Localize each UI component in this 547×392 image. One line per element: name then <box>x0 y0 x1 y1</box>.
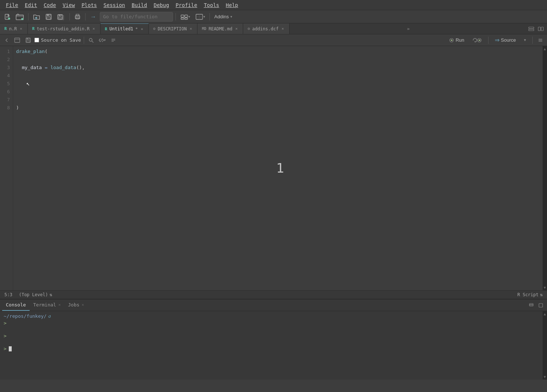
scroll-down-arrow[interactable]: ▼ <box>543 285 547 290</box>
console-tab[interactable]: Console <box>2 299 30 311</box>
console-working-dir: ~/repos/funkey/ ↺ <box>4 313 543 319</box>
svg-rect-22 <box>185 15 188 17</box>
save-all-button[interactable] <box>55 12 67 22</box>
tab-description-close[interactable]: × <box>189 26 193 31</box>
code-line-3: my_data = load_data(), <box>16 64 544 72</box>
menu-code[interactable]: Code <box>41 1 59 9</box>
line-num-5: 5 <box>1 80 10 88</box>
line-num-2: 2 <box>1 56 10 64</box>
terminal-tab[interactable]: Terminal × <box>30 299 64 311</box>
console-scroll-up[interactable]: ▲ <box>543 311 547 317</box>
tab-nr-close[interactable]: × <box>19 26 23 31</box>
save-button[interactable] <box>44 12 54 22</box>
source-label: Source <box>501 37 516 43</box>
svg-rect-36 <box>26 41 30 42</box>
tab-nr[interactable]: R n.R × <box>0 23 28 34</box>
jobs-tab-close[interactable]: × <box>82 302 84 307</box>
tab-addins-dcf[interactable]: ⚙ addins.dcf × <box>243 23 290 34</box>
addins-label: Addins <box>214 14 229 19</box>
tab-untitled1-label: Untitled1 <box>109 26 133 31</box>
new-project-button[interactable]: + <box>14 12 26 22</box>
addins-button[interactable]: Addins ▾ <box>212 12 234 22</box>
menu-tools[interactable]: Tools <box>201 1 222 9</box>
source-on-save-checkbox-label[interactable]: Source on Save <box>34 37 81 43</box>
tab-test-rstudio-addin[interactable]: R test-rstudio_addin.R × <box>28 23 101 34</box>
console-scroll-down[interactable]: ▼ <box>543 374 547 380</box>
svg-rect-31 <box>541 27 543 31</box>
scope-selector[interactable]: (Top Level) ⇅ <box>17 291 54 298</box>
editor-scrollbar[interactable]: ▲ ▼ <box>543 46 547 290</box>
console-scrollbar[interactable]: ▲ ▼ <box>543 311 547 380</box>
tab-readme[interactable]: MD README.md × <box>197 23 243 34</box>
line-num-6: 6 <box>1 88 10 96</box>
toolbar-separator-4 <box>176 13 176 20</box>
find-button[interactable] <box>87 36 95 45</box>
source-button[interactable]: ⇒ Source <box>492 36 519 45</box>
console-refresh-icon[interactable]: ↺ <box>48 313 51 319</box>
toolbar-separator-5 <box>210 13 210 20</box>
open-file-button[interactable] <box>31 12 42 22</box>
split-down-button[interactable] <box>527 25 535 33</box>
code-editor[interactable]: drake_plan( my_data = load_data(), ↖ ) 1 <box>13 46 547 290</box>
save-script-button[interactable] <box>23 36 33 45</box>
panel-options-button[interactable] <box>536 36 545 45</box>
line-num-3: 3 <box>1 64 10 72</box>
console-path-text: ~/repos/funkey/ <box>4 313 46 319</box>
toolbar-separator-1 <box>28 13 29 20</box>
console-prompt-1: > <box>4 320 543 326</box>
show-in-pane-button[interactable] <box>12 36 22 45</box>
tab-test-close[interactable]: × <box>92 26 96 31</box>
menu-bar: File Edit Code View Plots Session Build … <box>0 0 547 10</box>
tab-description-label: DESCRIPTION <box>158 26 186 31</box>
menu-help[interactable]: Help <box>223 1 241 9</box>
svg-line-39 <box>92 41 93 42</box>
goto-button[interactable]: → <box>88 12 98 22</box>
menu-session[interactable]: Session <box>101 1 128 9</box>
prompt-symbol-1: > <box>4 320 7 326</box>
menu-debug[interactable]: Debug <box>151 1 172 9</box>
svg-rect-50 <box>529 304 533 305</box>
menu-edit[interactable]: Edit <box>22 1 40 9</box>
goto-placeholder: Go to file/function <box>103 14 158 19</box>
menu-profile[interactable]: Profile <box>173 1 200 9</box>
doc-outline-button[interactable] <box>109 36 118 45</box>
re-run-button[interactable] <box>469 36 485 45</box>
terminal-tab-label: Terminal <box>33 302 56 308</box>
tab-nr-label: n.R <box>9 26 17 31</box>
menu-view[interactable]: View <box>60 1 78 9</box>
menu-file[interactable]: File <box>3 1 21 9</box>
scroll-up-arrow[interactable]: ▲ <box>543 46 547 52</box>
terminal-tab-close[interactable]: × <box>58 302 61 307</box>
svg-rect-23 <box>181 18 184 19</box>
tab-description[interactable]: ⚙ DESCRIPTION × <box>149 23 198 34</box>
tab-untitled1[interactable]: R Untitled1 * × <box>101 23 149 34</box>
print-button[interactable] <box>72 12 83 22</box>
tab-untitled1-close[interactable]: × <box>140 26 144 32</box>
code-tools-button[interactable]: ▾ <box>97 36 107 45</box>
workspace-dropdown-icon: ▾ <box>188 15 190 19</box>
source-on-save-checkbox[interactable] <box>34 38 39 42</box>
plot-view-button[interactable]: ▾ <box>193 12 207 22</box>
workspace-button[interactable]: ▾ <box>178 12 192 22</box>
console-content[interactable]: ~/repos/funkey/ ↺ > > > ▲ ▼ <box>0 311 547 380</box>
back-button[interactable] <box>2 36 11 45</box>
split-right-button[interactable] <box>537 25 545 33</box>
line-num-7: 7 <box>1 96 10 104</box>
menu-plots[interactable]: Plots <box>79 1 100 9</box>
tab-addins-close[interactable]: × <box>281 26 285 31</box>
arrow-icon: → <box>90 14 96 20</box>
minimize-bottom-button[interactable] <box>527 301 535 309</box>
tab-addins-icon: ⚙ <box>248 26 250 31</box>
tab-readme-close[interactable]: × <box>234 26 238 31</box>
tab-untitled1-icon: R <box>105 27 107 31</box>
file-type-indicator[interactable]: R Script ⇅ <box>517 292 543 297</box>
goto-field[interactable]: Go to file/function <box>100 12 173 22</box>
menu-build[interactable]: Build <box>129 1 150 9</box>
new-script-button[interactable]: + <box>2 12 12 22</box>
tabs-overflow-button[interactable]: » <box>404 23 413 34</box>
jobs-tab[interactable]: Jobs × <box>64 299 88 311</box>
maximize-bottom-button[interactable] <box>537 301 545 309</box>
source-dropdown-button[interactable]: ▾ <box>521 36 529 45</box>
run-button[interactable]: Run <box>446 36 467 45</box>
run-label: Run <box>456 37 464 43</box>
